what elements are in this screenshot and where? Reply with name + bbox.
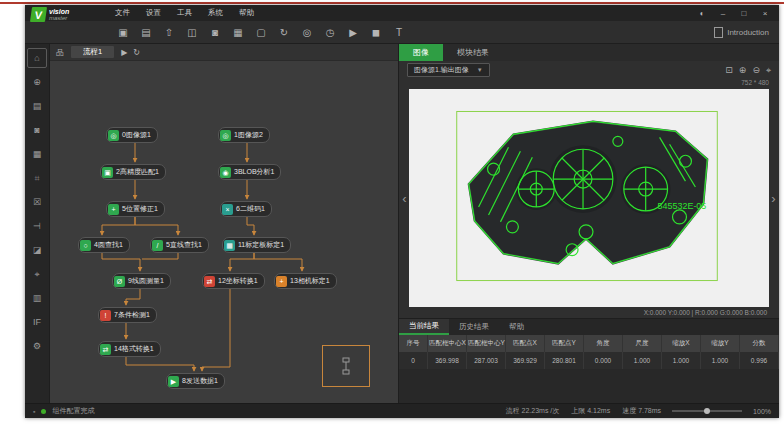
window-icon[interactable]: ▢ [253,24,269,40]
chart-icon[interactable]: ◪ [27,240,47,260]
line-find-icon: / [152,240,163,251]
grid-icon[interactable]: ▦ [230,24,246,40]
save-icon[interactable]: ▣ [115,24,131,40]
loop-run-icon[interactable]: ↻ [133,48,140,57]
capture-icon[interactable]: ◙ [27,120,47,140]
theme-icon[interactable]: ◐ [697,9,707,18]
add-module-icon[interactable]: ⊕ [27,72,47,92]
camera-icon[interactable]: ◙ [207,24,223,40]
flow-node[interactable]: ▣2高精度匹配1 [100,164,166,180]
open-icon[interactable]: ▤ [138,24,154,40]
tab-current-result[interactable]: 当前结果 [399,319,449,335]
flow-node[interactable]: +5位置修正1 [106,201,165,217]
zoom-out-icon[interactable]: ⊖ [752,65,760,76]
measure-icon[interactable]: ⌗ [27,168,47,188]
image-source-select[interactable]: 图像源1.输出图像 ▼ [407,63,490,77]
zoom-in-icon[interactable]: ⊕ [739,65,747,76]
table-row[interactable]: 0369.998287.003369.929280.8010.0001.0001… [399,352,779,369]
layout-icon[interactable]: ◫ [184,24,200,40]
menu-item[interactable]: 文件 [115,8,130,18]
fit-view-icon[interactable]: ⊡ [725,65,733,76]
title-bar: V vision master 文件设置工具系统帮助 ◐–□× [25,5,779,21]
next-image-button[interactable]: › [769,89,778,307]
tab-help[interactable]: 帮助 [499,319,534,335]
flow-node[interactable]: +13相机标定1 [274,273,337,289]
flow-node[interactable]: /5直线查找1 [150,237,209,253]
zoom-slider-thumb[interactable] [704,408,710,414]
close-icon[interactable]: × [760,9,770,18]
flow-node-label: 4圆查找1 [94,240,123,250]
menu-item[interactable]: 系统 [208,8,223,18]
column-header: 匹配框中心Y [467,335,506,352]
export-icon[interactable]: ⇧ [161,24,177,40]
match-score-label: 545532E-05 [658,201,707,211]
tab-history-result[interactable]: 历史结果 [449,319,499,335]
flow-canvas[interactable]: ◎0图像源1◎1图像源2▣2高精度匹配1◉3BLOB分析1+5位置修正1×6二维… [50,61,398,403]
crosshair-icon[interactable]: ⌖ [766,65,771,76]
refresh-icon[interactable]: ↻ [276,24,292,40]
console-icon[interactable]: ▪ [33,408,35,415]
flow-node[interactable]: Ø9线圆测量1 [112,273,171,289]
layers-icon[interactable]: ▤ [27,96,47,116]
send-data-icon: ▶ [168,376,179,387]
settings-icon[interactable]: ⚙ [27,336,47,356]
introduction-label: Introduction [727,28,769,37]
flow-node[interactable]: ◎0图像源1 [106,127,158,143]
image-display[interactable]: 545532E-05 [409,89,769,307]
menu-bar: 文件设置工具系统帮助 [115,8,254,18]
flow-node[interactable]: ◉3BLOB分析1 [218,164,281,180]
logo-line2: master [49,15,69,22]
tab-image[interactable]: 图像 [399,44,443,61]
column-header: 角度 [584,335,623,352]
results-table: 序号匹配框中心X匹配框中心Y匹配点X匹配点Y角度尺度缩放X缩放Y分数 0369.… [399,335,779,369]
viewer-toolbar: 图像源1.输出图像 ▼ ⊡⊕⊖⌖ [399,61,779,79]
coord-transform-icon: ⇄ [204,276,215,287]
global-icon[interactable]: ◎ [299,24,315,40]
table-cell: 287.003 [467,352,506,369]
run-icon[interactable]: ▶ [345,24,361,40]
maximize-icon[interactable]: □ [739,9,749,18]
flow-node[interactable]: ▦11标定板标定1 [222,237,291,253]
gallery-icon[interactable]: ▥ [27,288,47,308]
minimize-icon[interactable]: – [718,9,728,18]
menu-item[interactable]: 设置 [146,8,161,18]
flow-node[interactable]: ◎1图像源2 [218,127,270,143]
table-cell: 280.801 [545,352,584,369]
tab-module-result[interactable]: 模块结果 [443,44,503,61]
home-icon[interactable]: ⌂ [27,48,47,68]
column-header: 缩放X [662,335,701,352]
run-flow-icon[interactable]: ▶ [121,48,127,57]
stop-icon[interactable]: ◼ [368,24,384,40]
flow-node[interactable]: ⇄14格式转换1 [98,341,161,357]
if-else-icon[interactable]: IF [27,312,47,332]
table-cell: 1.000 [701,352,740,369]
flow-list-icon[interactable]: 品 [56,47,64,58]
flow-node[interactable]: ○4圆查找1 [78,237,130,253]
column-header: 尺度 [623,335,662,352]
menu-item[interactable]: 帮助 [239,8,254,18]
history-icon[interactable]: ◷ [322,24,338,40]
column-header: 缩放Y [701,335,740,352]
zoom-slider[interactable] [672,410,742,412]
table-cell: 369.998 [428,352,467,369]
introduction-link[interactable]: Introduction [714,27,779,38]
prev-image-button[interactable]: ‹ [400,89,409,307]
position-icon[interactable]: ⌖ [27,264,47,284]
part-silhouette [469,121,708,263]
flow-node[interactable]: ▶8发送数据1 [166,373,225,389]
caliper-icon[interactable]: ⊣ [27,216,47,236]
template-icon[interactable]: ▦ [27,144,47,164]
main-toolbar: ▣▤⇧◫◙▦▢↻◎◷▶◼T Introduction [25,21,779,44]
delete-module-icon[interactable]: ☒ [27,192,47,212]
text-tool-icon[interactable]: T [391,24,407,40]
flow-node[interactable]: ×6二维码1 [220,201,272,217]
flow-node[interactable]: !7条件检测1 [98,307,157,323]
visionmaster-window: V vision master 文件设置工具系统帮助 ◐–□× ▣▤⇧◫◙▦▢↻… [25,5,779,418]
flow-node-label: 3BLOB分析1 [234,167,274,177]
table-cell: 369.929 [506,352,545,369]
menu-item[interactable]: 工具 [177,8,192,18]
minimap[interactable] [322,345,370,387]
flow-node-label: 7条件检测1 [114,310,150,320]
flow-tab[interactable]: 流程1 [71,46,114,58]
flow-node[interactable]: ⇄12坐标转换1 [202,273,265,289]
